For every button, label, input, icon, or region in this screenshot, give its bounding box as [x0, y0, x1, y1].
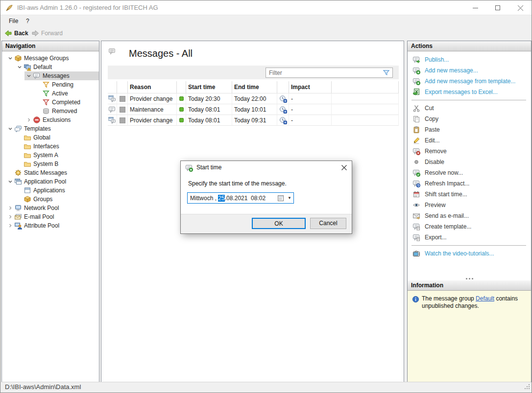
dialog-close-icon[interactable]	[336, 161, 352, 174]
nav-item-label: Message Groups	[22, 55, 69, 62]
action-export[interactable]: Export...	[408, 232, 531, 243]
default-group-link[interactable]: Default	[476, 295, 494, 302]
minimize-button[interactable]	[464, 0, 486, 15]
action-watch-the-video-tutorials[interactable]: Watch the video-tutorials...	[408, 248, 531, 259]
chevron-spacer	[34, 90, 42, 97]
nav-item-removed[interactable]: Removed	[34, 107, 99, 116]
action-paste[interactable]: Paste	[408, 124, 531, 135]
datetime-dropdown-arrow[interactable]: ▼	[288, 196, 291, 200]
action-publish[interactable]: Publish...	[408, 54, 531, 65]
nav-item-global[interactable]: Global	[15, 133, 99, 142]
column-header-impact-icon[interactable]	[277, 81, 289, 93]
nav-item-completed[interactable]: Completed	[34, 98, 99, 107]
nav-item-interfaces[interactable]: Interfaces	[15, 142, 99, 151]
nav-item-application-pool[interactable]: Application Pool	[6, 177, 99, 186]
menu-file[interactable]: File	[9, 16, 18, 27]
nav-item-label: Messages	[41, 72, 70, 79]
resize-grip[interactable]	[524, 383, 530, 391]
datetime-prefix: Mittwoch ,	[190, 195, 218, 202]
nav-item-static-messages[interactable]: Static Messages	[6, 168, 99, 177]
action-add-new-message[interactable]: Add new message...	[408, 65, 531, 76]
action-edit[interactable]: Edit...	[408, 135, 531, 146]
close-button[interactable]	[509, 0, 532, 15]
impact-icon-cell	[277, 93, 289, 104]
nav-item-label: System A	[31, 152, 58, 159]
maximize-button[interactable]	[486, 0, 509, 15]
nav-item-system-b[interactable]: System B	[15, 160, 99, 168]
action-remove[interactable]: Remove	[408, 146, 531, 157]
message-row[interactable]: Provider changeToday 20:30Today 22:00-	[108, 93, 399, 104]
nav-item-label: Default	[31, 64, 52, 70]
action-disable[interactable]: Disable	[408, 157, 531, 167]
action-shift-start-time[interactable]: Shift start time...	[408, 189, 531, 200]
action-export-messages-to-excel[interactable]: Export messages to Excel...	[408, 87, 531, 97]
chevron-down-icon[interactable]	[6, 178, 14, 185]
nav-item-label: Pending	[50, 81, 73, 88]
filter-band	[108, 66, 399, 79]
forward-button[interactable]: Forward	[31, 28, 63, 38]
default-group-icon	[24, 63, 31, 71]
nav-item-messages[interactable]: Messages	[24, 71, 99, 80]
chevron-right-icon[interactable]	[24, 116, 33, 124]
application-pool-icon	[14, 178, 22, 185]
ok-button[interactable]: OK	[252, 218, 306, 229]
chevron-right-icon[interactable]	[6, 213, 14, 221]
column-header-start-time[interactable]: Start time	[186, 81, 232, 93]
publish-icon	[412, 56, 420, 64]
nav-item-exclusions[interactable]: Exclusions	[24, 116, 99, 124]
action-label: Copy	[425, 116, 438, 122]
action-create-template[interactable]: Create template...	[408, 221, 531, 232]
action-send-as-e-mail[interactable]: Send as e-mail...	[408, 210, 531, 221]
nav-item-default[interactable]: Default	[15, 63, 99, 71]
nav-item-applications[interactable]: Applications	[15, 186, 99, 195]
message-thumbnail	[120, 96, 125, 102]
chevron-spacer	[34, 98, 42, 106]
chevron-right-icon[interactable]	[6, 222, 14, 230]
nav-item-system-a[interactable]: System A	[15, 151, 99, 160]
cancel-button[interactable]: Cancel	[310, 218, 346, 229]
chevron-down-icon[interactable]	[6, 54, 14, 62]
nav-item-groups[interactable]: Groups	[15, 195, 99, 204]
reason-cell: Provider change	[128, 93, 177, 104]
nav-item-label: Templates	[22, 125, 51, 132]
nav-item-attribute-pool[interactable]: Attribute Pool	[6, 221, 99, 230]
action-refresh-impact[interactable]: Refresh Impact...	[408, 178, 531, 189]
action-copy[interactable]: Copy	[408, 114, 531, 124]
message-type-cell	[108, 93, 117, 104]
nav-item-templates[interactable]: Templates	[6, 124, 99, 133]
message-row[interactable]: MaintenanceToday 08:01Today 10:01-	[108, 104, 399, 115]
message-row[interactable]: Provider changeToday 08:01Today 09:31-	[108, 115, 399, 126]
action-add-new-message-from-template[interactable]: Add new message from template...	[408, 76, 531, 87]
column-header-end-time[interactable]: End time	[232, 81, 277, 93]
calendar-icon[interactable]	[277, 194, 285, 202]
nav-item-pending[interactable]: Pending	[34, 80, 99, 89]
nav-item-e-mail-pool[interactable]: E-mail Pool	[6, 212, 99, 221]
chevron-down-icon[interactable]	[6, 125, 14, 133]
action-label: Resolve now...	[425, 169, 463, 176]
filter-input[interactable]	[266, 69, 383, 76]
column-header-impact[interactable]: Impact	[289, 81, 332, 93]
add-message-icon	[412, 67, 420, 74]
column-header-status[interactable]	[177, 81, 186, 93]
datetime-picker[interactable]: Mittwoch , 25.08.2021 08:02 ▼	[187, 192, 294, 204]
action-label: Edit...	[425, 137, 440, 144]
filter-funnel-icon[interactable]	[383, 69, 390, 76]
nav-item-message-groups[interactable]: Message Groups	[6, 54, 99, 63]
nav-item-network-pool[interactable]: Network Pool	[6, 204, 99, 212]
nav-item-active[interactable]: Active	[34, 89, 99, 98]
static-messages-icon	[14, 169, 22, 177]
back-button[interactable]: Back	[4, 28, 28, 38]
nav-item-label: Completed	[50, 99, 80, 106]
impact-clock-icon	[279, 95, 287, 103]
chevron-down-icon[interactable]	[24, 72, 33, 80]
chevron-right-icon[interactable]	[6, 204, 14, 212]
action-cut[interactable]: Cut	[408, 103, 531, 114]
action-preview[interactable]: Preview	[408, 200, 531, 210]
menu-help[interactable]: ?	[26, 16, 29, 27]
action-resolve-now[interactable]: Resolve now...	[408, 167, 531, 178]
panel-splitter[interactable]	[408, 277, 531, 280]
disable-icon	[412, 158, 420, 166]
column-header-reason[interactable]: Reason	[128, 81, 177, 93]
chevron-down-icon[interactable]	[15, 63, 24, 71]
column-header-spacer	[117, 81, 128, 93]
